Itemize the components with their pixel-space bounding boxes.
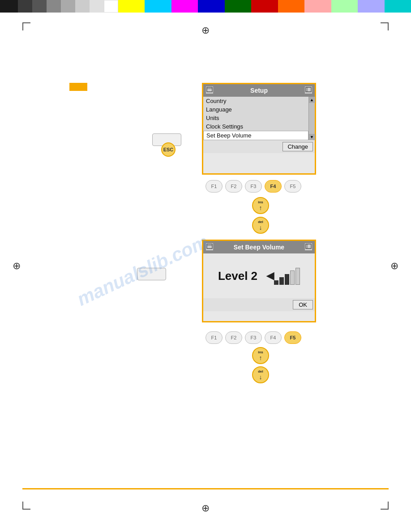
ins-label-2: ins (258, 350, 263, 354)
corner-mark-tr (381, 22, 389, 30)
ins-button-2[interactable]: ins ↑ (252, 347, 269, 364)
setup-item-country[interactable]: Country (203, 97, 308, 105)
svg-rect-6 (306, 244, 311, 249)
del-arrow-1: ↓ (259, 224, 262, 231)
volume-indicator: ◀ (266, 267, 300, 285)
svg-rect-4 (207, 244, 212, 249)
ins-arrow-1: ↑ (259, 204, 262, 211)
fn-btn-f1-2[interactable]: F1 (206, 331, 223, 344)
setup-scrollbar[interactable]: ▲ ▼ (308, 97, 315, 140)
scroll-up-arrow[interactable]: ▲ (309, 97, 315, 103)
corner-mark-tl (22, 22, 30, 30)
del-label-2: del (258, 369, 263, 373)
fn-btn-f5-2[interactable]: F5 (284, 331, 301, 344)
fn-row-2: F1 F2 F3 F4 F5 (206, 331, 301, 344)
ok-button-row: OK (203, 298, 315, 311)
fn-row-1: F1 F2 F3 F4 F5 (206, 180, 301, 193)
change-button[interactable]: Change (283, 142, 313, 151)
beep-level: Level 2 (218, 269, 257, 283)
esc-label-top: ESC (163, 147, 174, 152)
scroll-down-arrow[interactable]: ▼ (309, 134, 315, 140)
vol-bar-5 (295, 268, 300, 285)
corner-mark-br (381, 502, 389, 510)
fn-btn-f3-1[interactable]: F3 (245, 180, 262, 193)
ins-button-1[interactable]: ins ↑ (252, 197, 269, 214)
beep-screen: Set Beep Volume Level 2 ◀ OK (202, 240, 316, 322)
setup-list-container: Country Language Units Clock Settings Se… (203, 97, 315, 140)
fn-btn-f2-1[interactable]: F2 (225, 180, 242, 193)
setup-icon-left (206, 86, 214, 94)
corner-mark-bl (22, 502, 30, 510)
setup-item-units[interactable]: Units (203, 114, 308, 122)
volume-bars (274, 267, 300, 285)
fn-btn-f1-1[interactable]: F1 (206, 180, 223, 193)
del-label-1: del (258, 220, 263, 224)
fn-btn-f5-1[interactable]: F5 (284, 180, 301, 193)
ok-button[interactable]: OK (293, 300, 313, 309)
setup-list: Country Language Units Clock Settings Se… (203, 97, 308, 140)
setup-title-bar: Setup (203, 84, 315, 97)
right-crosshair: ⊕ (390, 260, 398, 272)
setup-item-clock[interactable]: Clock Settings (203, 122, 308, 131)
vol-bar-4 (290, 270, 295, 285)
beep-title-bar: Set Beep Volume (203, 241, 315, 253)
top-crosshair: ⊕ (201, 25, 210, 36)
esc-button-bottom (137, 268, 166, 280)
beep-content: Level 2 ◀ (203, 253, 315, 298)
vol-arrow: ◀ (266, 270, 274, 282)
bottom-line (22, 488, 389, 489)
svg-rect-2 (306, 87, 311, 92)
ins-arrow-2: ↑ (259, 354, 262, 361)
beep-icon-right (304, 243, 313, 251)
beep-title: Set Beep Volume (234, 244, 284, 251)
vol-bar-2 (279, 277, 284, 285)
svg-rect-0 (207, 87, 212, 92)
setup-icon-right (304, 86, 313, 94)
ins-label-1: ins (258, 200, 263, 204)
fn-btn-f4-1[interactable]: F4 (265, 180, 282, 193)
left-crosshair: ⊕ (13, 260, 21, 272)
color-bar (0, 0, 411, 13)
setup-title: Setup (250, 87, 268, 94)
change-button-row: Change (203, 140, 315, 153)
vol-bar-1 (274, 280, 278, 285)
setup-item-beep[interactable]: Set Beep Volume (203, 131, 308, 140)
setup-screen: Setup Country Language Units Clock Setti… (202, 83, 316, 175)
del-button-1[interactable]: del ↓ (252, 217, 269, 234)
fn-btn-f4-2[interactable]: F4 (265, 331, 282, 344)
fn-btn-f2-2[interactable]: F2 (225, 331, 242, 344)
esc-circle-top[interactable]: ESC (161, 142, 176, 157)
del-arrow-2: ↓ (259, 373, 262, 381)
fn-btn-f3-2[interactable]: F3 (245, 331, 262, 344)
beep-icon-left (206, 243, 214, 251)
bottom-crosshair: ⊕ (201, 502, 210, 514)
setup-item-language[interactable]: Language (203, 105, 308, 114)
vol-bar-3 (285, 274, 289, 285)
accent-rect (69, 83, 87, 91)
del-button-2[interactable]: del ↓ (252, 366, 269, 383)
